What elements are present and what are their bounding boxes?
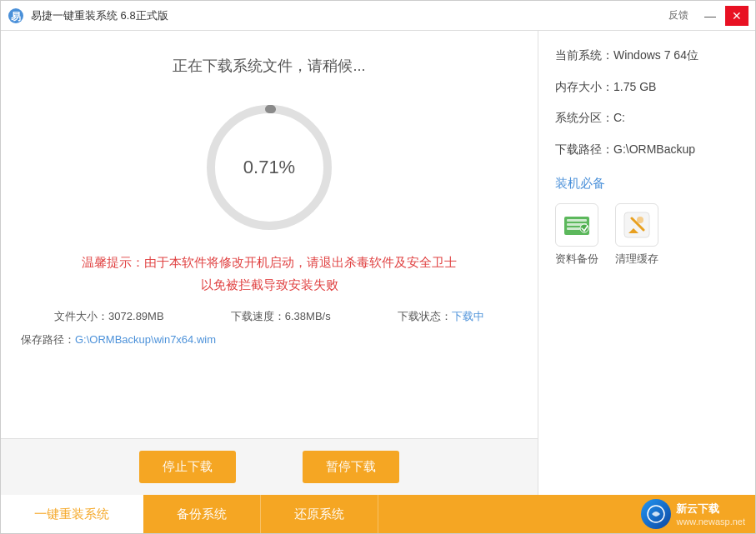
- backup-tool[interactable]: 资料备份: [555, 203, 598, 267]
- backup-icon: [555, 203, 598, 247]
- save-path-label: 保存路径：: [21, 333, 75, 346]
- tools-row: 资料备份 清理缓存: [555, 203, 738, 267]
- tab-restore[interactable]: 还原系统: [261, 495, 378, 533]
- warning-line2: 以免被拦截导致安装失败: [82, 273, 457, 296]
- svg-rect-7: [567, 227, 580, 230]
- download-status: 下载状态：下载中: [398, 309, 484, 324]
- save-path-link[interactable]: G:\ORMBackup\win7x64.wim: [75, 333, 216, 346]
- file-info: 文件大小：3072.89MB 下载速度：6.38MB/s 下载状态：下载中: [21, 309, 518, 324]
- titlebar-left: 易 易捷一键重装系统 6.8正式版: [8, 7, 168, 24]
- clean-tool-label: 清理缓存: [615, 252, 658, 267]
- partition-info-row: 系统分区：C:: [555, 110, 738, 127]
- system-label: 当前系统：: [555, 48, 613, 62]
- warning-line1: 温馨提示：由于本软件将修改开机启动，请退出杀毒软件及安全卫士: [82, 251, 457, 273]
- download-speed-value: 6.38MB/s: [285, 310, 331, 322]
- left-panel: 正在下载系统文件，请稍候... 0.71% 温馨提示：由于本软件将修改开机启动，…: [1, 31, 538, 438]
- memory-info-row: 内存大小：1.75 GB: [555, 79, 738, 96]
- backup-tool-label: 资料备份: [555, 252, 598, 267]
- file-size-label: 文件大小：: [54, 310, 108, 322]
- pause-download-button[interactable]: 暂停下载: [303, 451, 399, 483]
- warning-text: 温馨提示：由于本软件将修改开机启动，请退出杀毒软件及安全卫士 以免被拦截导致安装…: [82, 251, 457, 296]
- partition-value: C:: [613, 111, 625, 124]
- svg-text:易: 易: [11, 11, 21, 22]
- download-path-row: 下载路径：G:\ORMBackup: [555, 142, 738, 158]
- tab-reinstall[interactable]: 一键重装系统: [1, 495, 143, 533]
- left-wrapper: 正在下载系统文件，请稍候... 0.71% 温馨提示：由于本软件将修改开机启动，…: [1, 31, 538, 495]
- download-path-label: 下载路径：: [555, 142, 613, 156]
- main-content: 正在下载系统文件，请稍候... 0.71% 温馨提示：由于本软件将修改开机启动，…: [1, 31, 755, 495]
- progress-circle: 0.71%: [203, 101, 336, 234]
- memory-label: 内存大小：: [555, 80, 613, 93]
- minimize-button[interactable]: —: [698, 6, 722, 26]
- bottom-actions: 停止下载 暂停下载: [1, 438, 538, 495]
- system-value: Windows 7 64位: [613, 48, 698, 62]
- close-button[interactable]: ✕: [725, 6, 748, 26]
- app-icon: 易: [8, 7, 24, 24]
- right-panel: 当前系统：Windows 7 64位 内存大小：1.75 GB 系统分区：C: …: [538, 31, 755, 495]
- watermark-title: 新云下载: [676, 502, 745, 517]
- system-info-row: 当前系统：Windows 7 64位: [555, 47, 738, 64]
- watermark-url: www.newasp.net: [676, 517, 745, 527]
- file-size-value: 3072.89MB: [108, 310, 164, 322]
- memory-value: 1.75 GB: [613, 80, 656, 93]
- save-path-row: 保存路径：G:\ORMBackup\win7x64.wim: [21, 332, 518, 347]
- titlebar: 易 易捷一键重装系统 6.8正式版 反馈 — ✕: [1, 1, 755, 31]
- file-size: 文件大小：3072.89MB: [54, 309, 164, 324]
- stop-download-button[interactable]: 停止下载: [139, 451, 236, 483]
- progress-percent: 0.71%: [243, 157, 295, 178]
- feedback-link[interactable]: 反馈: [668, 8, 688, 22]
- watermark-text: 新云下载 www.newasp.net: [676, 502, 745, 527]
- download-speed: 下载速度：6.38MB/s: [231, 309, 331, 324]
- svg-point-12: [637, 217, 643, 223]
- svg-rect-5: [567, 219, 587, 222]
- download-path-value: G:\ORMBackup: [613, 142, 695, 156]
- app-title: 易捷一键重装系统 6.8正式版: [31, 8, 168, 23]
- clean-icon: [615, 203, 658, 247]
- download-speed-label: 下载速度：: [231, 310, 285, 322]
- titlebar-controls: 反馈 — ✕: [668, 6, 748, 26]
- watermark-icon: [641, 499, 671, 529]
- download-status-value: 下载中: [452, 310, 484, 322]
- watermark: 新云下载 www.newasp.net: [641, 495, 755, 533]
- tab-spacer: [378, 495, 641, 533]
- partition-label: 系统分区：: [555, 111, 613, 124]
- download-status-label: 下载状态：: [398, 310, 452, 322]
- bottom-tabs: 一键重装系统 备份系统 还原系统 新云下载 www.newasp.net: [1, 495, 755, 533]
- status-text: 正在下载系统文件，请稍候...: [173, 56, 365, 76]
- tab-backup[interactable]: 备份系统: [143, 495, 261, 533]
- clean-tool[interactable]: 清理缓存: [615, 203, 658, 267]
- tools-section-title: 装机必备: [555, 176, 738, 192]
